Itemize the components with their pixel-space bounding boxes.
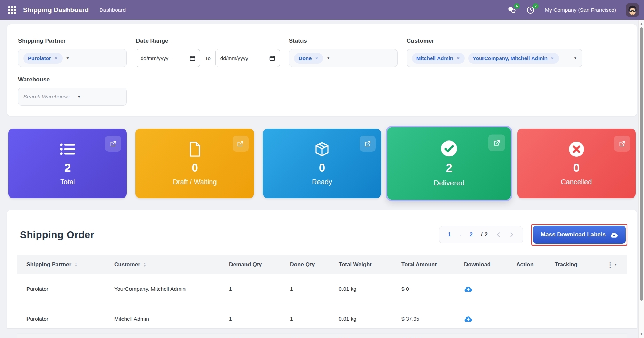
- tag-purolator[interactable]: Purolator ✕: [23, 53, 63, 64]
- cell-customer: YourCompany, Mitchell Admin: [104, 286, 219, 292]
- stat-card-total[interactable]: 2 Total: [8, 129, 127, 198]
- file-icon: [187, 141, 203, 158]
- col-shipping-partner[interactable]: Shipping Partner ▲▼: [17, 261, 104, 268]
- mass-download-label: Mass Download Labels: [541, 231, 606, 238]
- stat-value: 0: [191, 162, 198, 174]
- cloud-download-icon: [464, 315, 472, 323]
- external-link-button[interactable]: [488, 134, 505, 151]
- company-switcher[interactable]: My Company (San Francisco): [545, 7, 616, 13]
- check-circle-icon: [440, 140, 458, 157]
- tag-yourcompany-mitchell-admin[interactable]: YourCompany, Mitchell Admin ✕: [468, 53, 559, 64]
- external-link-button[interactable]: [614, 136, 630, 152]
- customer-select[interactable]: Mitchell Admin ✕ YourCompany, Mitchell A…: [407, 49, 582, 67]
- total-done-qty: 2.00: [280, 334, 329, 338]
- col-total-weight: Total Weight: [329, 261, 392, 268]
- cloud-download-icon: [464, 285, 472, 293]
- shipping-partner-select[interactable]: Purolator ✕ ▼: [18, 49, 127, 67]
- filter-shipping-partner: Shipping Partner Purolator ✕ ▼: [18, 38, 127, 67]
- column-label: Customer: [114, 261, 140, 268]
- calendar-icon[interactable]: [269, 55, 275, 61]
- status-select[interactable]: Done ✕ ▼: [289, 49, 398, 67]
- warehouse-select[interactable]: Search Warehouse... ▼: [18, 88, 127, 106]
- cell-shipping-partner: Purolator: [17, 286, 104, 292]
- customer-label: Customer: [407, 38, 582, 45]
- filter-status: Status Done ✕ ▼: [289, 38, 398, 67]
- tag-done[interactable]: Done ✕: [294, 53, 323, 64]
- download-label-button[interactable]: [464, 315, 472, 323]
- external-link-icon: [619, 140, 626, 147]
- chevron-down-icon: ▼: [77, 95, 81, 99]
- page-end[interactable]: 2: [470, 231, 473, 238]
- app-title: Shipping Dashboard: [23, 6, 89, 14]
- page-scrollbar[interactable]: ▲ ▼: [638, 20, 644, 338]
- date-from-input[interactable]: dd/mm/yyyy: [136, 49, 200, 67]
- filter-warehouse: Warehouse Search Warehouse... ▼: [18, 76, 127, 106]
- page-start[interactable]: 1: [448, 231, 451, 238]
- scrollbar-thumb[interactable]: [640, 27, 643, 301]
- tag-close-icon[interactable]: ✕: [315, 56, 319, 61]
- column-label: Done Qty: [290, 261, 315, 268]
- menu-dashboard[interactable]: Dashboard: [99, 7, 126, 13]
- external-link-icon: [364, 140, 371, 147]
- external-link-button[interactable]: [233, 136, 249, 152]
- col-options: ⋮▼: [597, 261, 627, 269]
- pagination: 1 - 2 / 2: [439, 226, 523, 243]
- calendar-icon[interactable]: [190, 55, 195, 61]
- section-title: Shipping Order: [20, 229, 94, 241]
- stat-card-draft-waiting[interactable]: 0 Draft / Waiting: [135, 129, 254, 198]
- mass-download-labels-button[interactable]: Mass Download Labels: [533, 226, 626, 244]
- stat-label: Total: [60, 178, 75, 186]
- messages-icon[interactable]: 6: [507, 6, 516, 15]
- shipping-order-section: Shipping Order 1 - 2 / 2 Mass Download L…: [7, 210, 637, 328]
- chevron-down-icon: ▼: [574, 56, 577, 60]
- table-row[interactable]: Purolator Mitchell Admin 1 1 0.01 kg $ 3…: [17, 304, 627, 334]
- tag-close-icon[interactable]: ✕: [551, 56, 555, 61]
- cell-demand-qty: 1: [219, 316, 280, 322]
- annotation-highlight-box: Mass Download Labels: [531, 224, 627, 246]
- column-label: Action: [516, 261, 534, 268]
- date-to-value: dd/mm/yyyy: [220, 55, 248, 61]
- scrollbar-up-icon[interactable]: ▲: [639, 22, 644, 25]
- page-total: / 2: [481, 231, 488, 238]
- date-range-label: Date Range: [136, 38, 280, 45]
- pager-prev-icon[interactable]: [496, 232, 501, 238]
- pager-next-icon[interactable]: [509, 232, 514, 238]
- total-weight: 0.02: [329, 334, 392, 338]
- activities-icon[interactable]: 2: [526, 6, 535, 15]
- table-row[interactable]: Purolator YourCompany, Mitchell Admin 1 …: [17, 274, 627, 304]
- tag-close-icon[interactable]: ✕: [54, 56, 58, 61]
- tag-close-icon[interactable]: ✕: [456, 56, 460, 61]
- sort-icon[interactable]: ▲▼: [74, 262, 77, 267]
- column-options-icon[interactable]: ⋮▼: [607, 261, 617, 269]
- stat-card-ready[interactable]: 0 Ready: [263, 129, 381, 198]
- date-to-input[interactable]: dd/mm/yyyy: [215, 49, 280, 67]
- scrollbar-down-icon[interactable]: ▼: [639, 332, 644, 336]
- apps-grid-glyph: [8, 6, 16, 14]
- filter-date-range: Date Range dd/mm/yyyy To dd/mm/yyyy: [136, 38, 280, 67]
- messages-badge: 6: [514, 3, 520, 9]
- col-done-qty: Done Qty: [280, 261, 329, 268]
- shipping-partner-label: Shipping Partner: [18, 38, 127, 45]
- stat-card-cancelled[interactable]: 0 Cancelled: [517, 129, 636, 198]
- stat-label: Ready: [312, 178, 332, 186]
- cell-shipping-partner: Purolator: [17, 316, 104, 322]
- user-avatar[interactable]: [626, 3, 639, 17]
- tag-label: Done: [299, 55, 312, 61]
- external-link-button[interactable]: [360, 136, 376, 152]
- download-label-button[interactable]: [464, 285, 472, 293]
- warehouse-placeholder: Search Warehouse...: [23, 94, 74, 100]
- col-customer[interactable]: Customer ▲▼: [104, 261, 219, 268]
- stat-value: 2: [446, 162, 453, 174]
- table-totals-row: 2.00 2.00 0.02 $ 37.95: [17, 334, 627, 338]
- external-link-button[interactable]: [105, 136, 121, 152]
- filters-panel: Shipping Partner Purolator ✕ ▼ Date Rang…: [7, 24, 637, 116]
- filter-customer: Customer Mitchell Admin ✕ YourCompany, M…: [407, 38, 582, 67]
- x-circle-icon: [568, 141, 585, 158]
- apps-grid-icon[interactable]: [6, 3, 19, 17]
- column-label: Total Amount: [401, 261, 437, 268]
- stat-card-delivered[interactable]: 2 Delivered: [387, 127, 511, 200]
- sort-icon[interactable]: ▲▼: [143, 262, 146, 267]
- tag-label: YourCompany, Mitchell Admin: [473, 55, 548, 61]
- tag-mitchell-admin[interactable]: Mitchell Admin ✕: [412, 53, 465, 64]
- table-header-row: Shipping Partner ▲▼ Customer ▲▼ Demand Q…: [17, 255, 627, 274]
